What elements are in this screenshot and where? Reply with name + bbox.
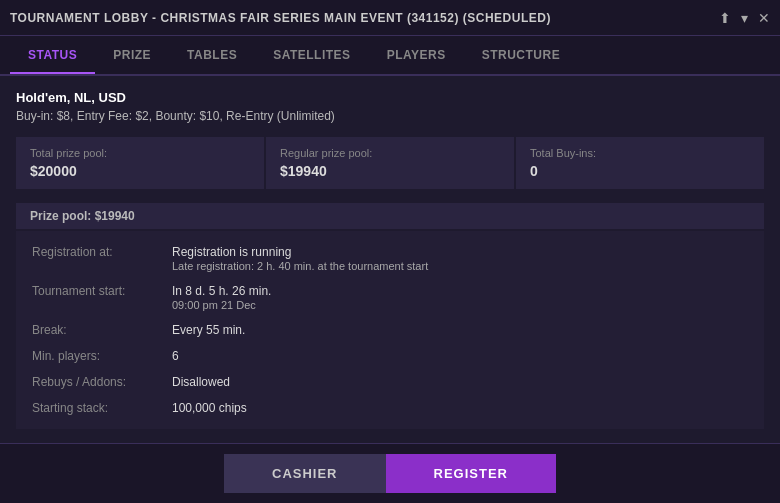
detail-label-min-players: Min. players: [32,349,172,363]
stat-regular-prize-value: $19940 [280,163,500,179]
stat-total-buyins: Total Buy-ins: 0 [516,137,764,189]
detail-sub-tournament-start: 09:00 pm 21 Dec [172,299,271,311]
tab-tables[interactable]: TABLES [169,38,255,74]
tab-structure[interactable]: STRUCTURE [464,38,579,74]
stat-regular-prize-label: Regular prize pool: [280,147,500,159]
cashier-button[interactable]: CASHIER [224,454,386,493]
detail-label-rebuys: Rebuys / Addons: [32,375,172,389]
dropdown-icon[interactable]: ▾ [741,10,748,26]
detail-label-break: Break: [32,323,172,337]
detail-value-tournament-start: In 8 d. 5 h. 26 min. 09:00 pm 21 Dec [172,284,271,311]
detail-value-registration: Registration is running Late registratio… [172,245,428,272]
detail-row-registration: Registration at: Registration is running… [32,239,748,278]
game-title: Hold'em, NL, USD [16,90,764,105]
prize-pool-bar: Prize pool: $19940 [16,203,764,229]
close-icon[interactable]: ✕ [758,10,770,26]
detail-value-starting-stack: 100,000 chips [172,401,247,415]
detail-row-rebuys: Rebuys / Addons: Disallowed [32,369,748,395]
main-content: Hold'em, NL, USD Buy-in: $8, Entry Fee: … [0,76,780,443]
window-controls: ⬆ ▾ ✕ [719,10,770,26]
prize-pool-label: Prize pool: $19940 [30,209,135,223]
detail-label-starting-stack: Starting stack: [32,401,172,415]
stats-row: Total prize pool: $20000 Regular prize p… [16,137,764,189]
tab-satellites[interactable]: SATELLITES [255,38,368,74]
stat-total-prize-label: Total prize pool: [30,147,250,159]
detail-label-tournament-start: Tournament start: [32,284,172,298]
stat-total-buyins-label: Total Buy-ins: [530,147,750,159]
detail-value-rebuys: Disallowed [172,375,230,389]
tab-players[interactable]: PLAYERS [369,38,464,74]
button-row: CASHIER REGISTER [0,443,780,503]
stat-regular-prize: Regular prize pool: $19940 [266,137,514,189]
share-icon[interactable]: ⬆ [719,10,731,26]
detail-row-break: Break: Every 55 min. [32,317,748,343]
tab-prize[interactable]: PRIZE [95,38,169,74]
detail-row-starting-stack: Starting stack: 100,000 chips [32,395,748,421]
details-table: Registration at: Registration is running… [16,231,764,429]
window-title: TOURNAMENT LOBBY - CHRISTMAS FAIR SERIES… [10,11,551,25]
game-subtitle: Buy-in: $8, Entry Fee: $2, Bounty: $10, … [16,109,764,123]
detail-row-tournament-start: Tournament start: In 8 d. 5 h. 26 min. 0… [32,278,748,317]
register-button[interactable]: REGISTER [386,454,556,493]
title-bar: TOURNAMENT LOBBY - CHRISTMAS FAIR SERIES… [0,0,780,36]
detail-label-registration: Registration at: [32,245,172,259]
stat-total-prize: Total prize pool: $20000 [16,137,264,189]
detail-value-break: Every 55 min. [172,323,245,337]
detail-value-min-players: 6 [172,349,179,363]
tab-status[interactable]: STATUS [10,38,95,74]
stat-total-buyins-value: 0 [530,163,750,179]
tab-bar: STATUS PRIZE TABLES SATELLITES PLAYERS S… [0,36,780,76]
detail-row-min-players: Min. players: 6 [32,343,748,369]
stat-total-prize-value: $20000 [30,163,250,179]
detail-sub-registration: Late registration: 2 h. 40 min. at the t… [172,260,428,272]
